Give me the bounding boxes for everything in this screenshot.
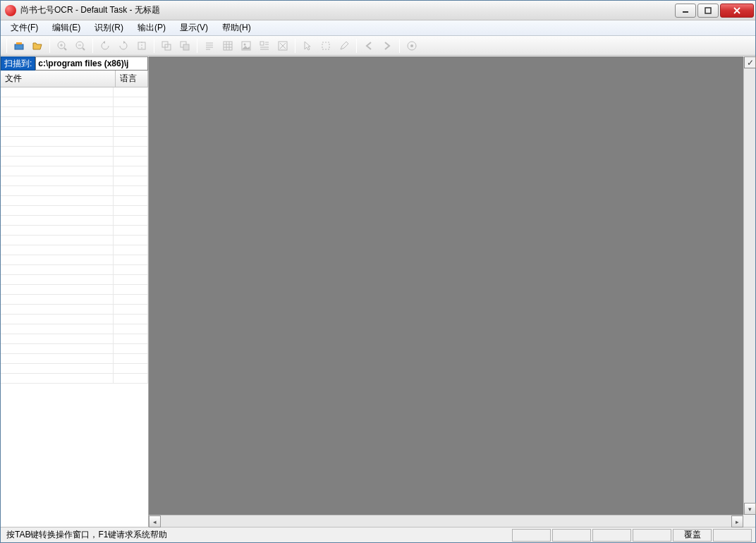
table-row xyxy=(1,147,148,157)
table-row xyxy=(1,117,148,127)
zoom-in-icon xyxy=(56,40,68,51)
layout-clear-icon xyxy=(277,40,288,51)
toolbar-separator xyxy=(356,39,357,53)
layout-table-button[interactable] xyxy=(219,37,236,54)
svg-line-11 xyxy=(83,48,85,50)
zoom-in-button[interactable] xyxy=(54,37,71,54)
flip-button[interactable] xyxy=(133,37,150,54)
layout-mixed-button[interactable] xyxy=(256,37,273,54)
select-region-button[interactable] xyxy=(317,37,334,54)
toolbar-separator xyxy=(154,39,154,53)
table-row xyxy=(1,344,148,354)
horizontal-scrollbar[interactable]: ◂ ▸ xyxy=(149,515,743,527)
menu-edit[interactable]: 编辑(E) xyxy=(45,20,87,36)
table-row xyxy=(1,364,148,374)
open-button[interactable] xyxy=(29,37,46,54)
scan-path-field[interactable]: c:\program files (x86)\j xyxy=(35,56,148,71)
sidebar: 扫描到: c:\program files (x86)\j 文件 语言 xyxy=(1,56,149,527)
toolbar-separator xyxy=(49,39,50,53)
table-row xyxy=(1,166,148,176)
maximize-button[interactable] xyxy=(697,4,719,18)
menu-help[interactable]: 帮助(H) xyxy=(215,20,258,36)
file-table-header: 文件 语言 xyxy=(1,71,148,87)
select-region-icon xyxy=(320,40,331,51)
table-row xyxy=(1,354,148,364)
table-row xyxy=(1,206,148,216)
svg-rect-30 xyxy=(260,42,264,45)
table-row xyxy=(1,315,148,324)
pen-icon xyxy=(339,40,350,51)
toolbar xyxy=(1,36,755,56)
scroll-top-check-icon[interactable]: ✓ xyxy=(744,56,756,68)
col-header-language[interactable]: 语言 xyxy=(116,71,148,87)
scroll-left-button[interactable]: ◂ xyxy=(149,515,161,527)
pen-button[interactable] xyxy=(336,37,353,54)
region-remove-button[interactable] xyxy=(176,37,193,54)
table-row xyxy=(1,186,148,196)
maximize-icon xyxy=(705,7,712,14)
table-row xyxy=(1,285,148,295)
rotate-left-button[interactable] xyxy=(97,37,114,54)
layout-image-button[interactable] xyxy=(238,37,255,54)
rotate-right-button[interactable] xyxy=(115,37,132,54)
col-header-file[interactable]: 文件 xyxy=(1,71,116,87)
table-row xyxy=(1,265,148,275)
menu-output[interactable]: 输出(P) xyxy=(130,20,173,36)
menu-view[interactable]: 显示(V) xyxy=(173,20,215,36)
svg-rect-4 xyxy=(15,44,23,49)
main-pane: ✓ ▾ ◂ ▸ xyxy=(149,56,755,527)
scroll-down-button[interactable]: ▾ xyxy=(744,503,756,515)
recognize-button[interactable] xyxy=(403,37,420,54)
file-table-body[interactable] xyxy=(1,87,148,527)
status-pane-2 xyxy=(552,529,591,542)
table-row xyxy=(1,324,148,334)
layout-text-button[interactable] xyxy=(201,37,218,54)
toolbar-separator xyxy=(197,39,197,53)
scroll-track[interactable] xyxy=(744,68,755,503)
table-row xyxy=(1,87,148,97)
menu-recognize[interactable]: 识别(R) xyxy=(87,20,130,36)
close-button[interactable] xyxy=(720,4,754,18)
svg-rect-38 xyxy=(322,42,329,49)
layout-clear-button[interactable] xyxy=(274,37,291,54)
next-button[interactable] xyxy=(379,37,396,54)
table-row xyxy=(1,334,148,344)
image-canvas[interactable] xyxy=(149,56,755,527)
layout-mixed-icon xyxy=(259,40,270,51)
table-row xyxy=(1,127,148,137)
status-hint: 按TAB键转换操作窗口，F1键请求系统帮助 xyxy=(4,529,511,541)
zoom-out-icon xyxy=(75,40,86,51)
scroll-track[interactable] xyxy=(161,515,731,527)
svg-point-29 xyxy=(244,43,246,45)
menu-file[interactable]: 文件(F) xyxy=(4,20,45,36)
toolbar-separator xyxy=(6,39,7,53)
flip-icon xyxy=(136,40,147,51)
menubar: 文件(F) 编辑(E) 识别(R) 输出(P) 显示(V) 帮助(H) xyxy=(1,20,755,36)
svg-rect-18 xyxy=(183,44,189,50)
recognize-icon xyxy=(406,40,417,51)
window-title: 尚书七号OCR - Default Task - 无标题 xyxy=(20,4,675,16)
table-row xyxy=(1,245,148,255)
table-row xyxy=(1,176,148,186)
svg-rect-5 xyxy=(16,42,22,44)
status-pane-4 xyxy=(633,529,671,542)
svg-rect-1 xyxy=(705,8,711,13)
scan-label: 扫描到: xyxy=(1,56,35,71)
titlebar[interactable]: 尚书七号OCR - Default Task - 无标题 xyxy=(1,1,755,20)
status-pane-3 xyxy=(592,529,631,542)
region-add-button[interactable] xyxy=(158,37,175,54)
content-area: 扫描到: c:\program files (x86)\j 文件 语言 xyxy=(1,56,755,527)
prev-button[interactable] xyxy=(360,37,377,54)
zoom-out-button[interactable] xyxy=(72,37,89,54)
pointer-button[interactable] xyxy=(299,37,316,54)
vertical-scrollbar[interactable]: ✓ ▾ xyxy=(743,56,755,515)
scroll-right-button[interactable]: ▸ xyxy=(731,515,743,527)
table-row xyxy=(1,305,148,315)
app-window: 尚书七号OCR - Default Task - 无标题 文件(F) 编辑(E)… xyxy=(0,0,756,543)
minimize-icon xyxy=(682,7,689,14)
app-icon xyxy=(5,5,16,16)
arrow-left-icon xyxy=(363,40,374,51)
minimize-button[interactable] xyxy=(675,4,696,18)
toolbar-separator xyxy=(92,39,93,53)
scan-button[interactable] xyxy=(11,37,28,54)
